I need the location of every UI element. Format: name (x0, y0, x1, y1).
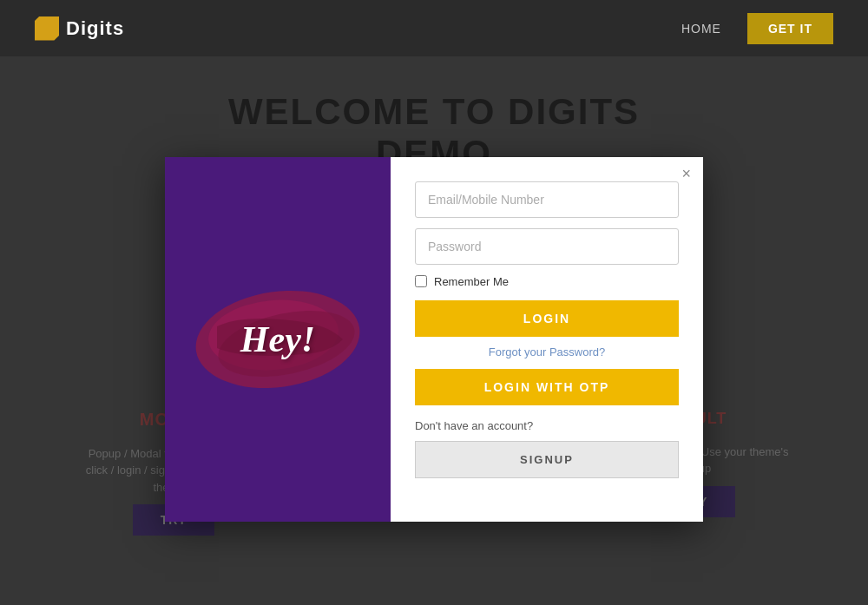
modal-close-button[interactable]: × (681, 166, 691, 181)
nav-home-link[interactable]: HOME (681, 22, 721, 36)
email-input[interactable] (415, 181, 679, 218)
login-modal: Hey! × Remember Me LOGIN Forgot your Pas… (165, 157, 703, 522)
modal-greeting: Hey! (240, 319, 315, 360)
modal-right-panel: × Remember Me LOGIN Forgot your Password… (391, 157, 703, 522)
remember-label: Remember Me (434, 275, 509, 288)
forgot-password-link[interactable]: Forgot your Password? (415, 345, 679, 358)
signup-button[interactable]: SIGNUP (415, 441, 679, 478)
remember-row: Remember Me (415, 275, 679, 288)
nav-right: HOME GET IT (681, 13, 833, 44)
login-otp-button[interactable]: LOGIN WITH OTP (415, 369, 679, 405)
logo: Digits (35, 16, 124, 41)
no-account-text: Don't have an account? (415, 419, 679, 432)
get-it-button[interactable]: GET IT (747, 13, 833, 44)
logo-icon (35, 16, 59, 41)
remember-checkbox[interactable] (415, 275, 427, 287)
logo-text: Digits (66, 17, 124, 40)
modal-left-panel: Hey! (165, 157, 391, 522)
password-input[interactable] (415, 228, 679, 265)
navbar: Digits HOME GET IT (0, 0, 868, 56)
login-button[interactable]: LOGIN (415, 300, 679, 337)
